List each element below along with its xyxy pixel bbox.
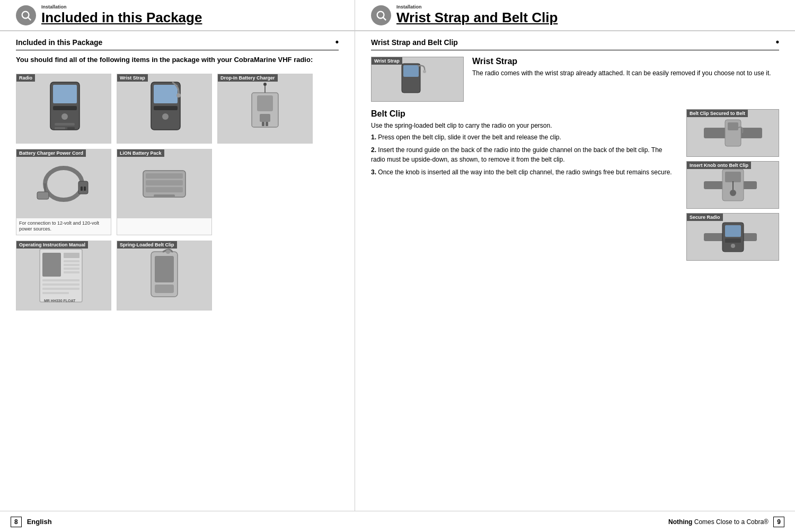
svg-text:MR HH330 FLOAT: MR HH330 FLOAT	[44, 299, 76, 303]
item-drop-in-charger-image	[218, 74, 312, 143]
svg-rect-31	[146, 180, 183, 185]
wrist-strap-svg	[140, 79, 188, 138]
svg-rect-26	[78, 181, 88, 194]
svg-point-0	[22, 11, 29, 18]
svg-line-1	[28, 17, 31, 20]
svg-rect-20	[266, 122, 268, 126]
svg-rect-47	[155, 256, 174, 282]
items-row-1: Radio Wrist Strap	[16, 74, 339, 144]
footer: 8 English Nothing Comes Close to a Cobra…	[0, 511, 795, 532]
insert-knob-label: Insert Knob onto Belt Clip	[687, 162, 751, 169]
svg-rect-9	[55, 127, 65, 129]
item-manual-label: Operating Instruction Manual	[16, 241, 88, 249]
left-section-heading: Included in this Package	[16, 37, 339, 50]
page-num-left: 8	[11, 517, 22, 527]
insert-knob-wrapper: Insert Knob onto Belt Clip	[686, 161, 779, 209]
svg-rect-19	[262, 122, 264, 126]
svg-rect-43	[42, 288, 80, 290]
right-header-content: Installation Wrist Strap and Belt Clip	[396, 4, 558, 26]
item-wrist-strap-image	[117, 74, 211, 143]
footer-tagline-suffix: Comes Close to a Cobra®	[692, 518, 768, 526]
item-radio: Radio	[16, 74, 111, 144]
right-section-heading: Wrist Strap and Belt Clip	[371, 37, 779, 50]
svg-rect-58	[725, 172, 741, 182]
wrist-strap-text: Wrist Strap The radio comes with the wri…	[472, 57, 771, 102]
item-drop-in-charger-label: Drop-In Battery Charger	[218, 74, 278, 82]
search-icon	[20, 10, 32, 21]
belt-clip-intro: Use the spring-loaded belt clip to carry…	[371, 121, 678, 130]
radio-svg	[40, 79, 87, 138]
step-1: 1. Press open the belt clip, slide it ov…	[371, 132, 678, 142]
svg-rect-63	[725, 225, 741, 237]
left-page-title: Included in this Package	[41, 10, 202, 26]
svg-point-52	[423, 70, 426, 73]
svg-rect-8	[55, 123, 75, 126]
items-row-2: Battery Charger Power Cord For connectio…	[16, 149, 339, 235]
right-header: Installation Wrist Strap and Belt Clip	[355, 0, 795, 30]
right-images-column: Belt Clip Secured to Belt Insert Knob on	[686, 109, 779, 261]
svg-rect-39	[64, 268, 80, 270]
insert-knob-box: Insert Knob onto Belt Clip	[686, 161, 779, 209]
svg-point-15	[176, 93, 181, 97]
battery-cord-svg	[34, 160, 93, 208]
svg-rect-41	[42, 279, 80, 281]
svg-rect-32	[146, 187, 183, 192]
item-radio-image	[16, 74, 111, 143]
secure-radio-svg	[699, 218, 767, 255]
svg-rect-33	[154, 194, 175, 197]
insert-knob-svg	[699, 166, 767, 203]
svg-rect-64	[725, 238, 741, 243]
svg-rect-18	[260, 114, 270, 122]
main-content: Included in this Package You should find…	[0, 31, 795, 511]
belt-clip-section: Belt Clip Use the spring-loaded belt cli…	[371, 109, 678, 177]
item-lion-battery-image	[117, 149, 211, 218]
item-spring-clip-image	[117, 241, 211, 310]
svg-point-22	[263, 83, 267, 86]
left-install-label: Installation	[41, 4, 202, 10]
search-icon-right	[375, 10, 387, 21]
left-section-content: Included in this Package You should find…	[16, 31, 339, 311]
svg-rect-51	[403, 65, 419, 77]
svg-rect-13	[154, 106, 178, 110]
belt-clip-heading: Belt Clip	[371, 109, 678, 119]
svg-rect-37	[64, 260, 80, 262]
item-wrist-strap: Wrist Strap	[117, 74, 212, 144]
wrist-strap-heading: Wrist Strap	[472, 57, 771, 66]
belt-clip-steps: 1. Press open the belt clip, slide it ov…	[371, 132, 678, 177]
right-install-label: Installation	[396, 4, 558, 10]
item-radio-label: Radio	[16, 74, 35, 82]
svg-rect-27	[81, 187, 83, 191]
wrist-strap-img-wrapper: Wrist Strap	[371, 57, 464, 102]
item-battery-cord-note: For connection to 12-volt and 120-volt p…	[16, 218, 111, 235]
svg-rect-36	[64, 253, 80, 258]
dual-header: Installation Included in this Package In…	[0, 0, 795, 31]
item-spring-clip: Spring-Loaded Belt Clip	[117, 241, 212, 311]
belt-clip-area: Belt Clip Use the spring-loaded belt cli…	[371, 109, 779, 261]
manual-svg: MR HH330 FLOAT	[34, 246, 93, 305]
item-spring-clip-label: Spring-Loaded Belt Clip	[117, 241, 177, 249]
svg-point-23	[45, 168, 82, 200]
item-lion-battery-label: LiON Battery Pack	[117, 149, 164, 157]
left-header-icon	[16, 5, 36, 25]
spring-clip-svg	[143, 246, 186, 305]
right-section-content: Wrist Strap and Belt Clip Wrist Strap	[371, 31, 779, 261]
svg-rect-42	[42, 283, 80, 286]
right-panel: Wrist Strap and Belt Clip Wrist Strap	[355, 31, 795, 511]
item-manual-image: MR HH330 FLOAT	[16, 241, 111, 310]
lion-battery-svg	[135, 160, 193, 208]
wrist-strap-image-box: Wrist Strap	[371, 57, 464, 102]
svg-rect-40	[64, 271, 80, 273]
belt-secured-label: Belt Clip Secured to Belt	[687, 110, 748, 117]
svg-rect-5	[53, 85, 77, 103]
svg-rect-12	[154, 85, 178, 103]
wrist-strap-desc: The radio comes with the wrist strap alr…	[472, 68, 771, 78]
item-battery-cord: Battery Charger Power Cord For connectio…	[16, 149, 111, 235]
svg-rect-38	[64, 264, 80, 266]
svg-line-3	[383, 17, 386, 20]
items-row-3: Operating Instruction Manual	[16, 241, 339, 311]
charger-svg	[238, 82, 292, 135]
svg-point-2	[377, 11, 384, 18]
left-panel: Included in this Package You should find…	[0, 31, 355, 511]
svg-rect-44	[42, 292, 69, 294]
secure-radio-wrapper: Secure Radio	[686, 213, 779, 261]
